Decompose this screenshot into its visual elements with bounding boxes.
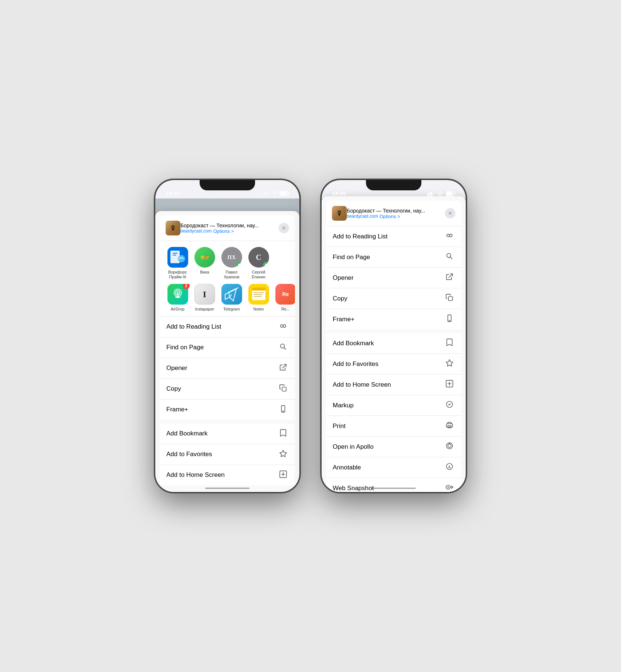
site-title-right: Бородокаст — Технологии, нау... xyxy=(347,208,442,214)
print-icon-right xyxy=(444,421,455,431)
menu-add-favorites-right[interactable]: Add to Favorites xyxy=(326,354,461,374)
svg-point-4 xyxy=(274,194,275,195)
app-icon-wrapper-airdrop: 2 xyxy=(167,284,188,305)
app-label-workforceIII: ВоркфорсПрайм III xyxy=(168,270,187,279)
svg-rect-36 xyxy=(428,193,429,196)
svg-rect-0 xyxy=(264,192,264,195)
menu-label-frameplus-left: Frame+ xyxy=(166,406,188,413)
app-telegram[interactable]: Telegram xyxy=(220,284,244,312)
menu-add-home-left[interactable]: Add to Home Screen xyxy=(160,465,295,485)
close-button-right[interactable]: ✕ xyxy=(445,208,455,218)
menu-add-favorites-left[interactable]: Add to Favorites xyxy=(160,444,295,465)
menu-web-snapshot-right[interactable]: Web Snapshot xyxy=(326,478,461,492)
menu-add-reading-list-right[interactable]: Add to Reading List xyxy=(326,226,461,247)
phone-left: 14:06 xyxy=(155,180,299,492)
phone-right: 14:06 xyxy=(322,180,466,492)
home-icon-left xyxy=(278,470,288,480)
menu-add-reading-list-left[interactable]: Add to Reading List xyxy=(160,317,295,337)
menu-copy-left[interactable]: Copy xyxy=(160,379,295,400)
menu-annotable-right[interactable]: Annotable A xyxy=(326,457,461,478)
site-info-right: Бородокаст — Технологии, нау... beardyca… xyxy=(347,208,442,219)
app-label-re: Re... xyxy=(281,307,290,312)
svg-rect-43 xyxy=(454,193,455,195)
app-icon-vika: 😊🌈 xyxy=(194,247,215,268)
svg-point-26 xyxy=(281,325,283,327)
menu-label-home-right: Add to Home Screen xyxy=(333,381,391,388)
menu-copy-right[interactable]: Copy xyxy=(326,288,461,309)
bookmark-icon-right xyxy=(444,338,455,348)
svg-rect-1 xyxy=(265,191,266,195)
menu-opener-right[interactable]: Opener xyxy=(326,268,461,288)
apps-row-2-left: 2 AirDrop I Instapaper xyxy=(160,279,295,316)
app-icon-wrapper-telegram xyxy=(221,284,242,305)
favorites-icon-left xyxy=(278,449,288,459)
app-icon-sergey: С 💬 xyxy=(248,247,269,268)
app-instapaper[interactable]: I Instapaper xyxy=(193,284,217,312)
menu-section-1-right: Add to Reading List Find on Page xyxy=(326,226,461,329)
menu-frameplus-left[interactable]: Frame+ xyxy=(160,400,295,420)
site-info-left: Бородокаст — Технологии, нау... beardyca… xyxy=(180,223,276,234)
frameplus-icon-left xyxy=(278,405,288,415)
app-notes[interactable]: Notes xyxy=(247,284,271,312)
phone-right-screen: 14:06 xyxy=(322,180,466,492)
menu-label-copy-left: Copy xyxy=(166,385,181,393)
menu-frameplus-right[interactable]: Frame+ xyxy=(326,309,461,329)
site-options-left[interactable]: Options > xyxy=(213,228,234,234)
bookmark-icon-left xyxy=(278,429,288,439)
opener-icon-right xyxy=(444,273,455,283)
menu-opener-left[interactable]: Opener xyxy=(160,358,295,379)
app-icon-pavel: ПХ 💬 xyxy=(221,247,242,268)
menu-add-bookmark-right[interactable]: Add Bookmark xyxy=(326,333,461,354)
site-options-right[interactable]: Options > xyxy=(380,214,400,219)
opener-icon-left xyxy=(278,363,288,373)
menu-label-annotable-right: Annotable xyxy=(333,464,361,471)
app-icon-wrapper-pavel: ПХ 💬 xyxy=(221,247,242,268)
share-sheet-left[interactable]: 🎙 Бородокаст — Технологии, нау... beardy… xyxy=(155,211,299,492)
app-label-notes: Notes xyxy=(253,307,264,312)
web-snapshot-icon-right xyxy=(444,483,455,492)
menu-label-frameplus-right: Frame+ xyxy=(333,316,354,323)
menu-label-find-on-page-left: Find on Page xyxy=(166,344,204,351)
svg-rect-55 xyxy=(447,424,453,427)
frameplus-icon-right xyxy=(444,314,455,324)
share-sheet-right[interactable]: 🎙 Бородокаст — Технологии, нау... beardy… xyxy=(322,196,466,492)
svg-point-16 xyxy=(177,292,179,294)
app-label-vika: Вика xyxy=(200,270,209,275)
find-icon-left xyxy=(278,343,288,353)
menu-add-home-right[interactable]: Add to Home Screen xyxy=(326,374,461,395)
svg-point-40 xyxy=(440,196,441,196)
svg-line-47 xyxy=(450,257,452,259)
status-bar-right: 14:06 xyxy=(322,180,466,198)
apps-scroll-2[interactable]: 2 AirDrop I Instapaper xyxy=(160,284,295,312)
app-workforceIII[interactable]: ВоркфорсПрайм III xyxy=(166,247,190,279)
site-domain-right: beardycast.com xyxy=(347,214,378,219)
svg-point-45 xyxy=(449,234,452,237)
app-pavel[interactable]: ПХ 💬 ПавелХрапков xyxy=(220,247,244,279)
svg-rect-6 xyxy=(280,191,286,195)
app-icon-re: Re xyxy=(275,284,295,305)
apps-scroll-1[interactable]: ВоркфорсПрайм III 😊🌈 Вика xyxy=(160,247,295,279)
close-button-left[interactable]: ✕ xyxy=(279,223,289,233)
app-label-airdrop: AirDrop xyxy=(171,307,184,312)
menu-add-bookmark-left[interactable]: Add Bookmark xyxy=(160,424,295,444)
annotable-icon-right: A xyxy=(444,462,455,472)
app-re[interactable]: Re Re... xyxy=(274,284,295,312)
app-label-pavel: ПавелХрапков xyxy=(224,270,239,279)
svg-point-58 xyxy=(448,444,451,447)
menu-find-on-page-left[interactable]: Find on Page xyxy=(160,337,295,358)
menu-open-apollo-right[interactable]: Open in Apollo xyxy=(326,437,461,457)
app-sergey[interactable]: С 💬 СергейЕпихин xyxy=(247,247,271,279)
app-vika[interactable]: 😊🌈 Вика xyxy=(193,247,217,279)
menu-label-bookmark-right: Add Bookmark xyxy=(333,340,374,347)
menu-find-on-page-right[interactable]: Find on Page xyxy=(326,247,461,268)
app-icon-wrapper-re: Re xyxy=(275,284,295,305)
status-time-left: 14:06 xyxy=(166,190,180,196)
menu-label-apollo-right: Open in Apollo xyxy=(333,443,374,451)
menu-markup-right[interactable]: Markup xyxy=(326,395,461,416)
app-airdrop[interactable]: 2 AirDrop xyxy=(166,284,190,312)
menu-print-right[interactable]: Print xyxy=(326,416,461,437)
status-bar-left: 14:06 xyxy=(155,180,299,198)
site-icon-right: 🎙 xyxy=(332,206,347,221)
svg-rect-30 xyxy=(282,387,286,391)
app-icon-wrapper-notes xyxy=(248,284,269,305)
